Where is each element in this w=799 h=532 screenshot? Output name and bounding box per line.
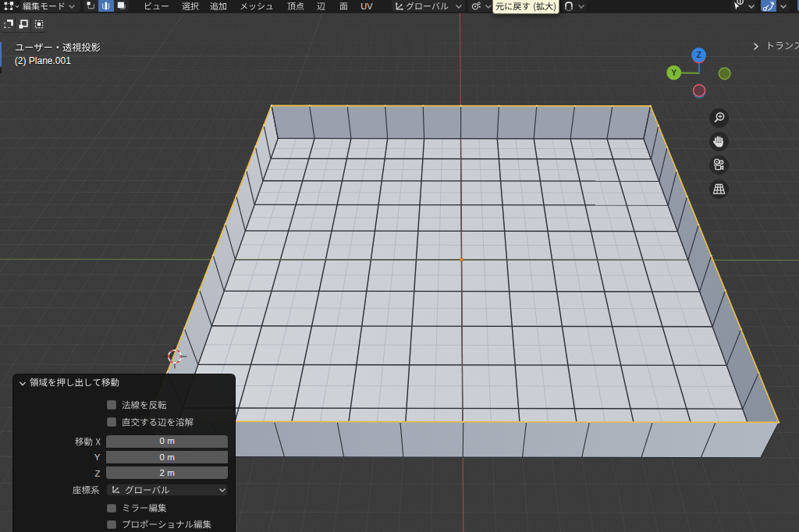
move-y-value: 0 m [106,452,228,462]
show-gizmo-icon [733,0,745,11]
panel-orientation-global-icon [111,485,120,495]
view-label: ユーザー・透視投影 [15,41,101,55]
orientation-global-icon [394,2,404,12]
axis-y-label: Y [671,68,676,77]
menu-4[interactable]: 頂点 [287,1,304,12]
axis-y-neg[interactable] [719,68,730,80]
menu-2[interactable]: 追加 [210,1,227,12]
menu-1[interactable]: 選択 [182,1,199,12]
tooltip-text: 元に戻す (拡大) [495,1,556,12]
pivot-median-icon [471,1,481,12]
viewport-header: 編集モード ビュー選択追加メッシュ頂点辺面UV グローバル [0,0,799,13]
mirror-checkbox[interactable] [107,504,116,512]
chevron-down-icon [577,3,586,10]
menu-5[interactable]: 辺 [317,1,325,12]
chevron-down-icon [454,3,463,10]
cursor-3d [162,344,188,370]
editor-type-3d-viewport-icon [2,0,20,12]
editor-type-button[interactable] [2,0,20,12]
blender-window: ユーザー・透視投影(2) Plane.001 トランス ZY 領域を押し出して移… [0,0,799,532]
move-x-label: 移動 X [75,436,101,449]
flip-normals-label: 法線を反転 [122,399,167,412]
sidebar-expand-chevron[interactable] [751,42,760,51]
face-select-icon [116,1,126,11]
pan-icon [709,132,729,151]
chevron-down-icon [747,3,756,10]
select-subtract-icon [34,19,44,30]
proportional-label: プロポーショナル編集 [122,519,211,531]
zoom-button[interactable] [709,108,729,128]
menu-3[interactable]: メッシュ [240,1,274,12]
move-x-field[interactable]: 0 m [106,435,228,448]
panel-collapse-chevron[interactable] [18,380,27,388]
chevron-down-icon [779,3,788,10]
object-label: (2) Plane.001 [15,55,71,66]
pan-button[interactable] [709,132,729,151]
toggle-perspective-icon [709,179,729,199]
menu-0[interactable]: ビュー [144,1,169,12]
proportional-checkbox[interactable] [107,520,116,529]
move-y-field[interactable]: 0 m [106,451,228,463]
panel-title: 領域を押し出して移動 [30,377,119,389]
move-z-value: 2 m [106,468,228,477]
camera-view-button[interactable] [709,155,729,175]
vertex-select-icon [86,1,96,11]
panel-orientation-label: 座標系 [73,484,100,497]
move-y-label: Y [94,452,101,463]
snap-magnet-icon [563,1,575,12]
dissolve-checkbox[interactable] [107,417,116,426]
mode-dropdown-label: 編集モード [23,1,66,12]
chevron-down-icon [218,487,227,494]
panel-orientation-value: グローバル [125,484,170,497]
menu-6[interactable]: 面 [339,1,348,12]
move-z-label: Z [94,469,100,480]
select-tool-group [1,16,46,32]
axis-x-neg[interactable] [694,85,705,97]
mirror-label: ミラー編集 [122,502,167,515]
menu-uv[interactable]: UV [360,2,372,12]
move-x-value: 0 m [106,436,228,445]
dissolve-label: 直交する辺を溶解 [122,417,194,429]
toolbar-notch [0,68,2,74]
chevron-down-icon [484,3,493,10]
chevron-down-icon [67,3,76,10]
select-extend-icon [18,19,29,30]
show-overlays-icon [762,1,775,12]
zoom-icon [709,108,729,128]
active-tool-strip[interactable] [0,42,2,66]
camera-view-icon [709,155,729,175]
axis-z-label: Z [696,50,701,59]
axis-gizmo[interactable]: ZY [659,41,737,103]
orientation-label: グローバル [406,1,449,12]
toggle-perspective-button[interactable] [709,179,729,199]
flip-normals-checkbox[interactable] [107,400,116,409]
move-z-field[interactable]: 2 m [106,466,228,479]
sidebar-tab-transform[interactable]: トランス [765,40,799,52]
select-new-icon [3,19,14,30]
edge-select-icon [101,1,111,11]
